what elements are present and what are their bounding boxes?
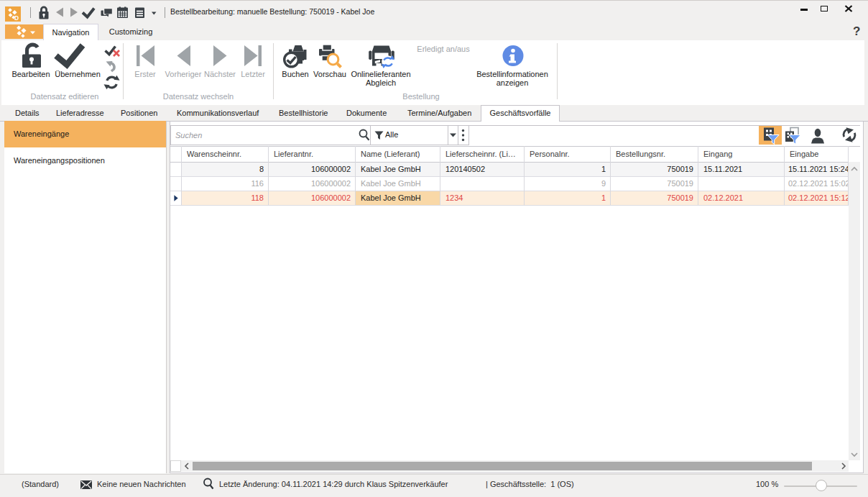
svg-text:D: D	[14, 14, 19, 22]
